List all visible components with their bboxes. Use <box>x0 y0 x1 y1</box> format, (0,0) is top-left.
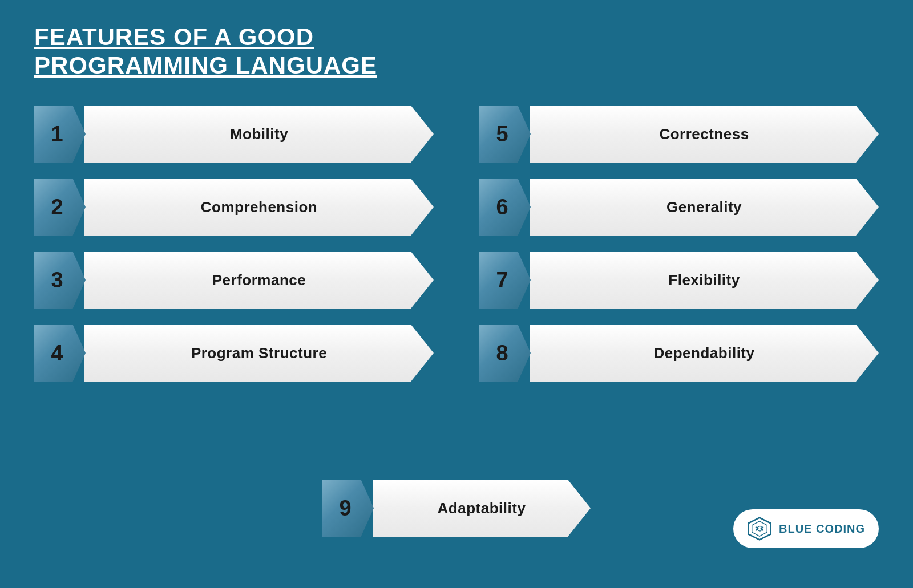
feature-badge: 9 <box>322 480 374 537</box>
feature-item: 1 Mobility <box>34 106 434 163</box>
feature-item: 2 Comprehension <box>34 179 434 236</box>
feature-arrow-body: Program Structure <box>84 325 434 382</box>
feature-arrow-body: Adaptability <box>373 480 591 537</box>
feature-number: 4 <box>51 341 68 366</box>
feature-arrow-body: Flexibility <box>530 252 879 309</box>
feature-number: 8 <box>496 341 514 366</box>
feature-number: 3 <box>51 268 68 293</box>
feature-label: Adaptability <box>438 500 526 517</box>
bottom-item-row: 9 Adaptability <box>322 480 591 537</box>
feature-item: 4 Program Structure <box>34 325 434 382</box>
feature-label: Dependability <box>654 344 755 362</box>
feature-arrow-body: Correctness <box>530 106 879 163</box>
feature-label: Comprehension <box>201 198 317 216</box>
feature-number: 1 <box>51 122 68 147</box>
feature-label: Mobility <box>230 125 288 143</box>
feature-item: 3 Performance <box>34 252 434 309</box>
feature-badge: 8 <box>479 325 531 382</box>
feature-item: 8 Dependability <box>479 325 879 382</box>
blue-coding-logo: ⬡ BLUE CODING <box>733 509 879 548</box>
feature-arrow-body: Comprehension <box>84 179 434 236</box>
blue-coding-hexagon-icon: ⬡ <box>747 516 772 541</box>
feature-label: Generality <box>666 198 742 216</box>
logo-text: BLUE CODING <box>779 522 865 536</box>
feature-item: 6 Generality <box>479 179 879 236</box>
feature-arrow-body: Dependability <box>530 325 879 382</box>
feature-label: Flexibility <box>668 271 740 289</box>
feature-number: 5 <box>496 122 514 147</box>
feature-badge: 3 <box>34 252 86 309</box>
page-title: FEATURES OF A GOOD PROGRAMMING LANGUAGE <box>34 23 377 80</box>
feature-arrow-body: Performance <box>84 252 434 309</box>
feature-badge: 5 <box>479 106 531 163</box>
feature-badge: 4 <box>34 325 86 382</box>
feature-item: 7 Flexibility <box>479 252 879 309</box>
feature-item: 5 Correctness <box>479 106 879 163</box>
feature-number: 6 <box>496 195 514 220</box>
feature-arrow-body: Mobility <box>84 106 434 163</box>
feature-label: Performance <box>212 271 306 289</box>
feature-badge: 6 <box>479 179 531 236</box>
feature-badge: 2 <box>34 179 86 236</box>
feature-arrow-body: Generality <box>530 179 879 236</box>
feature-badge: 7 <box>479 252 531 309</box>
features-grid: 1 Mobility 5 Correctness 2 Comprehension… <box>34 106 879 382</box>
feature-number: 2 <box>51 195 68 220</box>
feature-label: Correctness <box>659 125 749 143</box>
feature-label: Program Structure <box>191 344 327 362</box>
feature-number: 7 <box>496 268 514 293</box>
feature-badge: 1 <box>34 106 86 163</box>
feature-number: 9 <box>339 496 357 521</box>
